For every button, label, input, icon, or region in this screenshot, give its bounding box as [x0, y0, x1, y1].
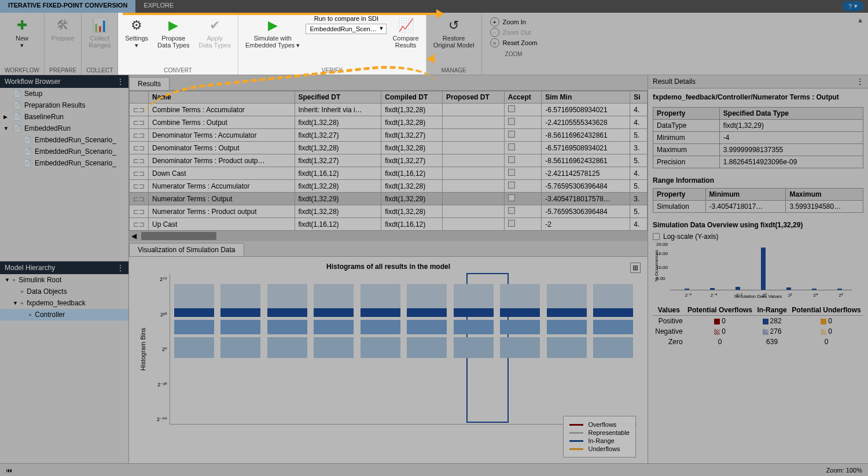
results-tab[interactable]: Results: [129, 77, 170, 90]
tab-iterative[interactable]: ITERATIVE FIXED-POINT CONVERSION: [0, 0, 135, 13]
legend: Overflows Representable In-Range Underfl…: [563, 416, 636, 457]
hierarchy-item[interactable]: ▫Data Objects: [0, 286, 128, 297]
new-button[interactable]: ✚ New▾: [8, 15, 36, 51]
workflow-item[interactable]: ▶📄BaselineRun: [0, 111, 128, 123]
apply-button[interactable]: ✔ Apply Data Types: [195, 15, 234, 51]
properties-table: PropertySpecified Data TypeDataTypefixdt…: [653, 107, 863, 168]
viz-tab[interactable]: Visualization of Simulation Data: [129, 243, 244, 256]
hierarchy-item[interactable]: ▫Controller: [0, 309, 128, 320]
workflow-item[interactable]: 📄EmbeddedRun_Scenario_: [0, 146, 128, 157]
collapse-toolstrip[interactable]: ▴: [852, 13, 868, 75]
toolstrip: ✚ New▾ WORKFLOW 🛠 Prepare PREPARE 📊 Coll…: [0, 13, 868, 75]
y-axis-label: Histogram Bins: [139, 274, 146, 425]
reset-zoom-button[interactable]: ○Reset Zoom: [490, 38, 538, 47]
help-button[interactable]: ? ▾: [843, 1, 863, 11]
tab-explore[interactable]: EXPLORE: [135, 0, 182, 13]
status-bar: ⏮ Zoom: 100%: [0, 463, 868, 476]
compare-icon: 📈: [398, 17, 414, 34]
logscale-checkbox[interactable]: Log-scale (Y-axis): [653, 233, 863, 241]
help-icon: ?: [848, 3, 852, 10]
zoom-out-button[interactable]: −Zoom Out: [490, 28, 538, 37]
play-icon: ▶: [264, 17, 281, 34]
gear-icon: ⚙: [128, 17, 145, 34]
histogram-bars[interactable]: [170, 274, 637, 425]
run-select[interactable]: EmbeddedRun_Scen…: [306, 24, 387, 34]
viz-title: Histograms of all results in the model: [139, 263, 637, 271]
workflow-item[interactable]: 📄EmbeddedRun_Scenario_: [0, 134, 128, 146]
viz-options-icon[interactable]: ⊞: [630, 263, 641, 273]
propose-icon: ▶: [165, 17, 182, 34]
stats-table: ValuesPotential OverflowsIn-RangePotenti…: [653, 305, 863, 347]
reset-zoom-icon: ○: [490, 38, 499, 47]
zoom-in-icon: +: [490, 17, 499, 27]
zoom-in-button[interactable]: +Zoom In: [490, 17, 538, 27]
restore-button[interactable]: ↺ Restore Original Model: [430, 15, 478, 51]
workflow-item[interactable]: ▼📄EmbeddedRun: [0, 123, 128, 134]
group-convert: CONVERT: [163, 66, 193, 75]
range-info-header: Range Information: [653, 176, 863, 185]
hierarchy-menu-icon[interactable]: ⋮: [117, 264, 124, 272]
group-workflow: WORKFLOW: [3, 66, 41, 75]
mini-x-label: Simulation Data Values: [653, 294, 863, 299]
horizontal-scrollbar[interactable]: ◀: [129, 231, 648, 241]
workflow-browser-header: Workflow Browser⋮: [0, 75, 128, 88]
plus-icon: ✚: [14, 17, 30, 34]
hierarchy-item[interactable]: ▼▫Simulink Root: [0, 274, 128, 286]
prepare-button[interactable]: 🛠 Prepare: [48, 15, 78, 44]
workflow-item[interactable]: 📄Preparation Results: [0, 99, 128, 111]
workflow-item[interactable]: 📄Setup: [0, 88, 128, 99]
simulate-button[interactable]: ▶ Simulate with Embedded Types ▾: [242, 15, 303, 51]
workflow-menu-icon[interactable]: ⋮: [117, 78, 124, 86]
details-menu-icon[interactable]: ⋮: [856, 78, 863, 86]
range-table: PropertyMinimumMaximumSimulation-3.40547…: [653, 188, 863, 213]
settings-button[interactable]: ⚙ Settings▾: [122, 15, 152, 51]
propose-button[interactable]: ▶ Propose Data Types: [154, 15, 193, 51]
group-zoom: ZOOM: [504, 50, 524, 58]
workflow-item[interactable]: 📄EmbeddedRun_Scenario_: [0, 157, 128, 169]
workflow-browser: 📄Setup📄Preparation Results▶📄BaselineRun▼…: [0, 88, 128, 261]
app-tabbar: ITERATIVE FIXED-POINT CONVERSION EXPLORE…: [0, 0, 868, 13]
model-hierarchy-header: Model Hierarchy⋮: [0, 261, 128, 274]
group-collect: COLLECT: [85, 66, 114, 75]
run-compare-label: Run to compare in SDI: [314, 15, 378, 22]
status-back-icon[interactable]: ⏮: [6, 467, 12, 474]
restore-icon: ↺: [446, 17, 462, 34]
viz-body: Histograms of all results in the model ⊞…: [129, 257, 648, 463]
y-axis: 2⁵⁶2²⁸2⁰2⁻²⁸2⁻⁶⁰: [149, 274, 170, 425]
mini-chart: 2⁻⁶2⁻⁴2⁻²2⁰2²2⁴2⁶20.0016.0010.005.00: [670, 244, 852, 290]
result-path: fxpdemo_feedback/Controller/Numerator Te…: [653, 93, 863, 101]
collect-icon: 📊: [91, 17, 108, 34]
group-prepare: PREPARE: [48, 66, 78, 75]
result-details-header: Result Details⋮: [648, 75, 868, 88]
prepare-icon: 🛠: [55, 17, 71, 34]
zoom-status: Zoom: 100%: [826, 467, 862, 474]
model-hierarchy: ▼▫Simulink Root▫Data Objects▼▫fxpdemo_fe…: [0, 274, 128, 463]
hierarchy-item[interactable]: ▼▫fxpdemo_feedback: [0, 297, 128, 309]
apply-icon: ✔: [207, 17, 223, 34]
group-manage: MANAGE: [440, 66, 467, 75]
sim-overview-header: Simulation Data Overview using fixdt(1,3…: [653, 221, 863, 229]
compare-results-button[interactable]: 📈 Compare Results: [389, 15, 422, 51]
zoom-out-icon: −: [490, 28, 499, 37]
collect-ranges-button[interactable]: 📊 Collect Ranges: [85, 15, 114, 51]
